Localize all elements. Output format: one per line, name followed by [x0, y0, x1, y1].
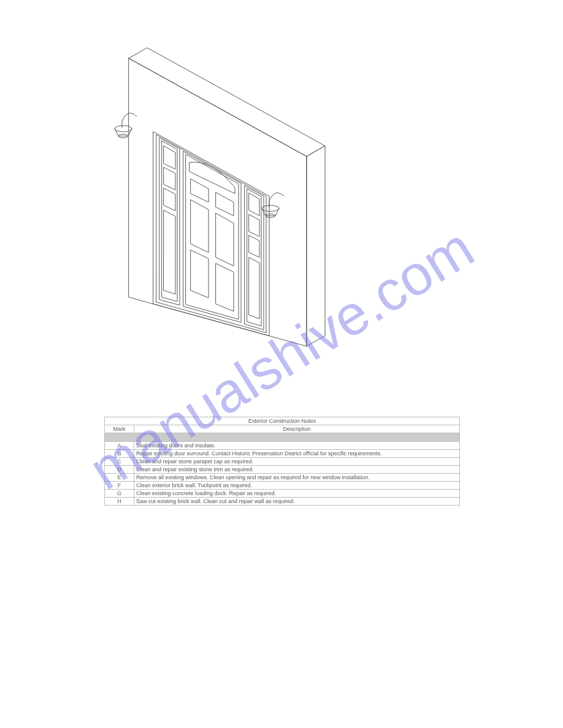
col-mark: Mark [105, 425, 134, 433]
table-row: GClean existing concrete loading dock. R… [105, 490, 460, 498]
table-row: CClean and repair stone parapet cap as r… [105, 458, 460, 466]
door-isometric-drawing [101, 37, 420, 355]
cell-description: Remove all existing windows. Clean openi… [134, 474, 460, 482]
right-sconce-icon [262, 192, 284, 218]
cell-mark: B [105, 450, 134, 458]
col-description: Description [134, 425, 460, 433]
table-row: ASeal existing doors and insulate. [105, 442, 460, 450]
table-row: ERemove all existing windows. Clean open… [105, 474, 460, 482]
cell-mark: H [105, 498, 134, 506]
cell-description: Repair existing door surround. Contact H… [134, 450, 460, 458]
cell-description: Saw cut existing brick wall. Clean cut a… [134, 498, 460, 506]
cell-description: Clean exterior brick wall. Tuckpoint as … [134, 482, 460, 490]
cell-description: Clean and repair existing stone trim as … [134, 466, 460, 474]
table-title: Exterior Construction Notes [105, 417, 460, 425]
cell-mark: G [105, 490, 134, 498]
cell-mark: F [105, 482, 134, 490]
table-row: FClean exterior brick wall. Tuckpoint as… [105, 482, 460, 490]
table-spacer [105, 433, 460, 442]
cell-mark: E [105, 474, 134, 482]
table-row: DClean and repair existing stone trim as… [105, 466, 460, 474]
cell-mark: C [105, 458, 134, 466]
construction-notes-table: Exterior Construction Notes Mark Descrip… [104, 417, 460, 506]
cell-mark: A [105, 442, 134, 450]
svg-point-0 [115, 126, 132, 132]
svg-point-2 [262, 205, 279, 211]
cell-description: Seal existing doors and insulate. [134, 442, 460, 450]
cell-mark: D [105, 466, 134, 474]
cell-description: Clean and repair stone parapet cap as re… [134, 458, 460, 466]
table-row: BRepair existing door surround. Contact … [105, 450, 460, 458]
cell-description: Clean existing concrete loading dock. Re… [134, 490, 460, 498]
document-page: Exterior Construction Notes Mark Descrip… [0, 0, 563, 728]
left-sconce-icon [115, 113, 137, 138]
table-row: HSaw cut existing brick wall. Clean cut … [105, 498, 460, 506]
